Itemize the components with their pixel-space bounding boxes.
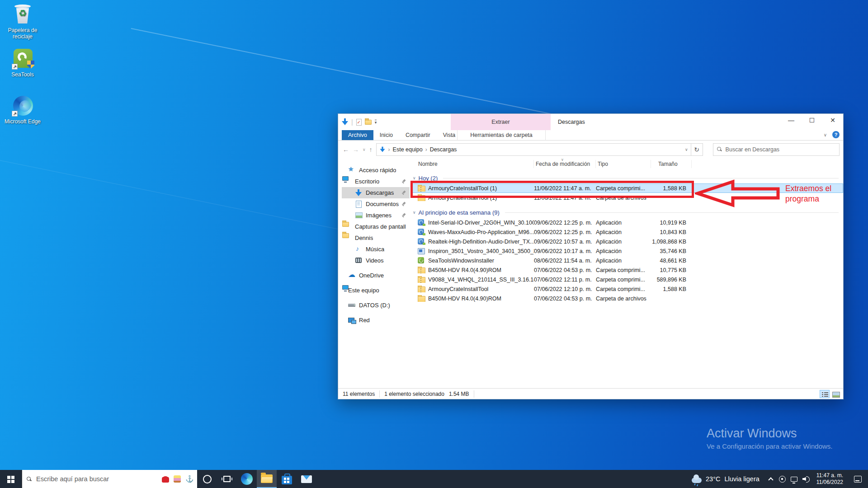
taskbar-search[interactable]: Escribe aquí para buscar ⚓: [22, 470, 197, 488]
sidebar-item-datos-d[interactable]: DATOS (D:): [342, 300, 410, 311]
help-icon[interactable]: ?: [832, 131, 840, 138]
installer-icon: [417, 229, 425, 235]
file-name: Waves-MaxxAudio-Pro-Application_M96...: [428, 229, 534, 235]
file-date: 07/06/2022 04:53 p. m.: [534, 296, 596, 302]
file-row[interactable]: Waves-MaxxAudio-Pro-Application_M96... 0…: [412, 227, 843, 237]
clock[interactable]: 11:47 a. m. 11/06/2022: [812, 472, 848, 486]
address-dropdown-icon[interactable]: ∨: [685, 147, 688, 152]
cortana-button[interactable]: [197, 470, 217, 488]
collapse-chevron-icon[interactable]: ∨: [413, 176, 416, 180]
maximize-button[interactable]: ☐: [802, 114, 822, 127]
sidebar-item-imágenes[interactable]: Imágenes: [342, 210, 410, 221]
file-row[interactable]: SeaToolsWindowsInstaller 08/06/2022 11:5…: [412, 256, 843, 265]
column-header-fecha[interactable]: ∨ Fecha de modificación: [534, 160, 596, 168]
new-folder-icon[interactable]: [365, 120, 372, 125]
annotation-arrow: [695, 179, 781, 208]
file-date: 07/06/2022 04:53 p. m.: [534, 267, 596, 273]
breadcrumb-este-equipo[interactable]: Este equipo: [393, 146, 423, 153]
file-row[interactable]: ArmouryCrateInstallTool 07/06/2022 12:10…: [412, 284, 843, 294]
forward-icon[interactable]: →: [353, 146, 359, 153]
mail-taskbar-button[interactable]: [297, 470, 316, 488]
properties-icon[interactable]: ✓: [356, 119, 362, 126]
desktop-icon-recycle-bin[interactable]: ♻ Papelera de reciclaje: [4, 4, 42, 40]
annotation-text: Extraemos el programa: [785, 183, 842, 204]
minimize-button[interactable]: —: [781, 114, 802, 127]
breadcrumb-descargas[interactable]: Descargas: [430, 146, 457, 153]
refresh-icon[interactable]: ↻: [691, 143, 703, 156]
downloads-icon: [355, 189, 363, 196]
desktop-icon-seatools[interactable]: ↗ SeaTools: [4, 48, 42, 78]
sidebar-item-label: Documentos: [366, 201, 399, 207]
sidebar-item-música[interactable]: Música: [342, 244, 410, 255]
file-name: Realtek-High-Definition-Audio-Driver_TX.…: [428, 239, 534, 245]
tab-compartir[interactable]: Compartir: [399, 130, 437, 140]
file-explorer-taskbar-button[interactable]: [257, 470, 277, 488]
column-header-tamano[interactable]: Tamaño: [651, 160, 692, 168]
recent-locations-icon[interactable]: ∨: [363, 147, 366, 152]
collapse-chevron-icon[interactable]: ∨: [413, 210, 416, 215]
installer-icon: [417, 219, 425, 226]
group-header[interactable]: ∨ Al principio de esta semana (9): [412, 207, 843, 218]
search-box[interactable]: Buscar en Descargas: [713, 143, 840, 156]
sidebar-item-descargas[interactable]: Descargas: [342, 187, 410, 198]
sidebar-item-acceso-rápido[interactable]: Acceso rápido: [342, 164, 410, 176]
qat-customize-dropdown-icon[interactable]: ▾: [375, 120, 377, 124]
watermark-title: Activar Windows: [707, 427, 832, 441]
file-explorer-window: | ✓ ▾ Extraer Descargas — ☐ ✕ Archivo In…: [338, 113, 844, 399]
item-count: 11 elementos: [338, 391, 379, 397]
contextual-tab-header: Extraer: [451, 114, 551, 130]
thumbnails-view-button[interactable]: [830, 390, 840, 398]
network-button[interactable]: [788, 470, 800, 488]
tab-archivo[interactable]: Archivo: [342, 130, 373, 140]
column-header-nombre[interactable]: Nombre: [412, 160, 534, 168]
details-view-button[interactable]: [820, 390, 830, 398]
meet-now-button[interactable]: [777, 470, 788, 488]
sidebar-item-label: Videos: [366, 257, 384, 264]
title-bar[interactable]: | ✓ ▾ Extraer Descargas — ☐ ✕: [338, 114, 843, 130]
ribbon-tabs: Archivo Inicio Compartir Vista Herramien…: [338, 130, 843, 141]
file-type: Carpeta de archivos: [596, 296, 651, 302]
back-icon[interactable]: ←: [343, 146, 349, 153]
action-center-button[interactable]: [854, 476, 862, 483]
address-box[interactable]: › Este equipo › Descargas ∨: [376, 143, 691, 156]
sidebar-item-capturas-de-pantall[interactable]: Capturas de pantall: [342, 221, 410, 232]
activation-watermark: Activar Windows Ve a Configuración para …: [707, 427, 832, 450]
ribbon-collapse-icon[interactable]: ∨: [824, 132, 827, 137]
edge-taskbar-button[interactable]: [237, 470, 257, 488]
close-button[interactable]: ✕: [822, 114, 843, 127]
file-row[interactable]: Inspiron_3501_Vostro_3400_3401_3500_35..…: [412, 246, 843, 256]
sidebar-item-dennis[interactable]: Dennis: [342, 232, 410, 244]
file-name: B450M-HDV R4.0(4.90)ROM: [428, 296, 501, 302]
column-header-tipo[interactable]: Tipo: [596, 160, 651, 168]
edge-icon: ↗: [12, 95, 33, 117]
network-icon: [791, 477, 797, 482]
search-icon: [27, 477, 32, 482]
file-row[interactable]: Intel-Serial-IO-Driver_J2G0H_WIN_30.100.…: [412, 218, 843, 227]
store-taskbar-button[interactable]: [277, 470, 297, 488]
desktop-icon-microsoft-edge[interactable]: ↗ Microsoft Edge: [4, 95, 42, 125]
file-row[interactable]: B450M-HDV R4.0(4.90)ROM 07/06/2022 04:53…: [412, 265, 843, 275]
sort-indicator-icon: ∨: [561, 156, 564, 164]
tray-overflow-button[interactable]: [765, 470, 777, 488]
mail-icon: [301, 475, 312, 483]
sidebar-item-documentos[interactable]: Documentos: [342, 198, 410, 210]
sidebar-item-onedrive[interactable]: OneDrive: [342, 270, 410, 281]
sidebar-item-escritorio[interactable]: Escritorio: [342, 176, 410, 187]
tab-inicio[interactable]: Inicio: [373, 130, 399, 140]
file-row[interactable]: Realtek-High-Definition-Audio-Driver_TX.…: [412, 237, 843, 246]
zip-icon: [418, 277, 425, 283]
zip-icon: [418, 286, 425, 292]
quick-access-toolbar[interactable]: | ✓ ▾: [342, 117, 377, 127]
file-size: 10,843 KB: [651, 229, 692, 235]
up-icon[interactable]: ↑: [369, 146, 373, 153]
file-row[interactable]: V9088_V4_WHQL_210114_SS_III_3.16.14.0_..…: [412, 275, 843, 284]
sidebar-item-videos[interactable]: Videos: [342, 255, 410, 266]
file-row[interactable]: B450M-HDV R4.0(4.90)ROM 07/06/2022 04:53…: [412, 294, 843, 303]
weather-widget[interactable]: 23°C Lluvia ligera: [686, 475, 765, 483]
start-button[interactable]: [0, 470, 22, 488]
volume-button[interactable]: [800, 470, 812, 488]
sidebar-item-red[interactable]: Red: [342, 314, 410, 326]
task-view-button[interactable]: [217, 470, 237, 488]
file-size: 10,775 KB: [651, 267, 692, 273]
sidebar-item-este-equipo[interactable]: Este equipo: [342, 285, 410, 296]
